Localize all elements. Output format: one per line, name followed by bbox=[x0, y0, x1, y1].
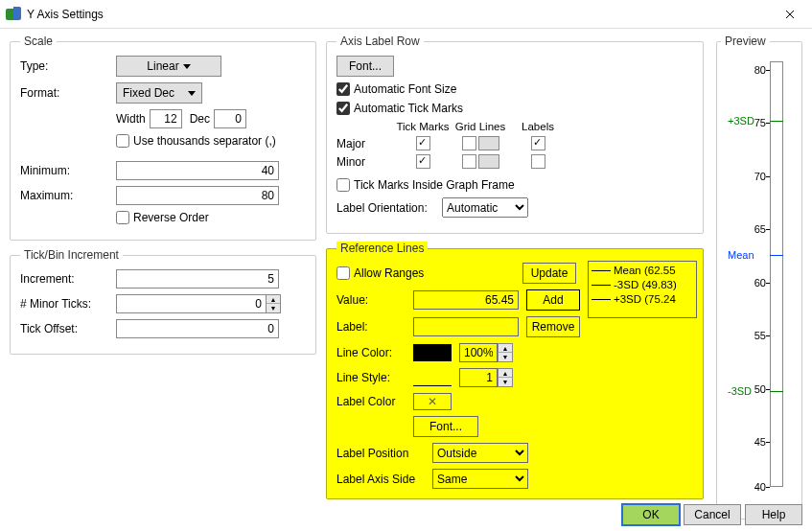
reverse-checkbox[interactable] bbox=[116, 211, 129, 224]
close-icon bbox=[785, 10, 795, 19]
min-label: Minimum: bbox=[20, 164, 116, 177]
min-input[interactable] bbox=[116, 161, 279, 180]
labelcolor-label: Label Color bbox=[336, 395, 413, 408]
ref-list-item[interactable]: +3SD (75.24 bbox=[592, 292, 693, 307]
linestyle-input[interactable] bbox=[459, 368, 498, 387]
window-title: Y Axis Settings bbox=[27, 8, 768, 21]
pct-input[interactable] bbox=[459, 343, 498, 362]
width-input[interactable] bbox=[150, 109, 182, 128]
footer: OK Cancel Help bbox=[622, 504, 802, 525]
ref-font-button[interactable]: Font... bbox=[413, 416, 478, 437]
spin-down-icon[interactable]: ▼ bbox=[267, 304, 280, 312]
minor-tick-checkbox[interactable] bbox=[416, 154, 430, 169]
help-button[interactable]: Help bbox=[745, 504, 802, 525]
auto-font-label: Automatic Font Size bbox=[354, 82, 456, 96]
minor-spinner[interactable]: ▲▼ bbox=[266, 294, 281, 313]
axis-ref-label: -3SD bbox=[728, 385, 752, 397]
side-select[interactable]: Same bbox=[432, 469, 528, 489]
minor-grid-style[interactable] bbox=[478, 154, 499, 169]
caret-down-icon bbox=[183, 64, 191, 69]
format-value: Fixed Dec bbox=[123, 86, 174, 100]
label-input[interactable] bbox=[413, 317, 519, 336]
auto-font-checkbox[interactable] bbox=[336, 82, 350, 96]
spin-up-icon[interactable]: ▲ bbox=[267, 295, 280, 304]
spin-down-icon[interactable]: ▼ bbox=[499, 378, 512, 386]
ref-list-item[interactable]: Mean (62.55 bbox=[592, 264, 693, 278]
allow-ranges-checkbox[interactable] bbox=[336, 266, 350, 280]
axis-tick: 65 bbox=[728, 223, 766, 235]
add-button[interactable]: Add bbox=[526, 289, 580, 311]
value-input[interactable] bbox=[413, 290, 519, 310]
ok-button[interactable]: OK bbox=[622, 504, 680, 525]
format-label: Format: bbox=[20, 86, 116, 100]
minor-grid-checkbox[interactable] bbox=[462, 154, 476, 169]
spin-down-icon[interactable]: ▼ bbox=[499, 353, 512, 361]
remove-button[interactable]: Remove bbox=[526, 316, 580, 337]
preview-group: Preview 807570656055504540+3SDMean-3SD bbox=[716, 35, 802, 519]
reverse-label: Reverse Order bbox=[133, 211, 209, 224]
orient-label: Label Orientation: bbox=[336, 201, 442, 215]
increment-label: Increment: bbox=[20, 272, 116, 286]
linecolor-label: Line Color: bbox=[336, 346, 413, 359]
offset-input[interactable] bbox=[116, 319, 279, 338]
increment-input[interactable] bbox=[116, 269, 279, 289]
scale-legend: Scale bbox=[20, 35, 57, 48]
pct-spinner[interactable]: ▲▼ bbox=[498, 343, 513, 362]
close-button[interactable] bbox=[768, 0, 812, 29]
axis-font-button[interactable]: Font... bbox=[336, 56, 394, 77]
hdr-tickmarks: Tick Marks bbox=[394, 121, 452, 132]
minor-input[interactable] bbox=[116, 294, 266, 313]
axis-label-group: Axis Label Row Font... Automatic Font Si… bbox=[326, 35, 704, 234]
line-style-preview bbox=[413, 369, 452, 386]
spin-up-icon[interactable]: ▲ bbox=[499, 344, 512, 353]
inside-frame-label: Tick Marks Inside Graph Frame bbox=[354, 178, 515, 192]
max-input[interactable] bbox=[116, 186, 279, 205]
axis-ref-line bbox=[770, 391, 783, 392]
side-label: Label Axis Side bbox=[336, 473, 432, 486]
label-label: Label: bbox=[336, 320, 413, 334]
row-major-label: Major bbox=[336, 137, 394, 150]
type-dropdown[interactable]: Linear bbox=[116, 56, 221, 77]
spin-up-icon[interactable]: ▲ bbox=[499, 369, 512, 378]
major-grid-checkbox[interactable] bbox=[462, 136, 476, 150]
dec-input[interactable] bbox=[214, 109, 246, 128]
cancel-button[interactable]: Cancel bbox=[684, 504, 741, 525]
axis-ref-label: Mean bbox=[728, 249, 754, 261]
thousands-label: Use thousands separator (,) bbox=[133, 134, 276, 148]
linestyle-spinner[interactable]: ▲▼ bbox=[498, 368, 513, 387]
app-icon bbox=[6, 7, 21, 22]
ref-list[interactable]: Mean (62.55 -3SD (49.83) +3SD (75.24 bbox=[588, 261, 697, 318]
major-labels-checkbox[interactable] bbox=[531, 136, 545, 150]
tickbin-group: Tick/Bin Increment Increment: # Minor Ti… bbox=[10, 248, 316, 355]
major-grid-style[interactable] bbox=[478, 136, 499, 150]
axis-tick: 80 bbox=[728, 64, 766, 76]
format-dropdown[interactable]: Fixed Dec bbox=[116, 82, 202, 104]
caret-down-icon bbox=[188, 91, 196, 96]
inside-frame-checkbox[interactable] bbox=[336, 178, 350, 192]
minor-label: # Minor Ticks: bbox=[20, 297, 116, 311]
axis-ref-line bbox=[770, 121, 783, 122]
auto-tick-label: Automatic Tick Marks bbox=[354, 102, 463, 115]
max-label: Maximum: bbox=[20, 189, 116, 202]
thousands-checkbox[interactable] bbox=[116, 134, 129, 148]
major-tick-checkbox[interactable] bbox=[416, 136, 430, 150]
value-label: Value: bbox=[336, 293, 413, 307]
axis-tick: 70 bbox=[728, 171, 766, 182]
ref-list-item[interactable]: -3SD (49.83) bbox=[592, 278, 693, 292]
label-color-swatch[interactable]: ✕ bbox=[413, 393, 452, 410]
type-value: Linear bbox=[147, 59, 178, 73]
axis-ref-label: +3SD bbox=[728, 115, 754, 127]
ref-legend: Reference Lines bbox=[336, 242, 428, 255]
orient-select[interactable]: Automatic bbox=[442, 197, 528, 218]
allow-ranges-label: Allow Ranges bbox=[354, 266, 424, 280]
row-minor-label: Minor bbox=[336, 155, 394, 169]
scale-group: Scale Type: Linear Format: Fixed Dec Wid… bbox=[10, 35, 316, 241]
preview-legend: Preview bbox=[721, 35, 770, 48]
auto-tick-checkbox[interactable] bbox=[336, 102, 350, 115]
pos-select[interactable]: Outside bbox=[432, 443, 528, 463]
minor-labels-checkbox[interactable] bbox=[531, 154, 545, 169]
preview-axis: 807570656055504540+3SDMean-3SD bbox=[728, 54, 791, 495]
line-color-swatch[interactable] bbox=[413, 344, 452, 361]
width-label: Width bbox=[116, 112, 146, 126]
update-button[interactable]: Update bbox=[522, 263, 576, 284]
